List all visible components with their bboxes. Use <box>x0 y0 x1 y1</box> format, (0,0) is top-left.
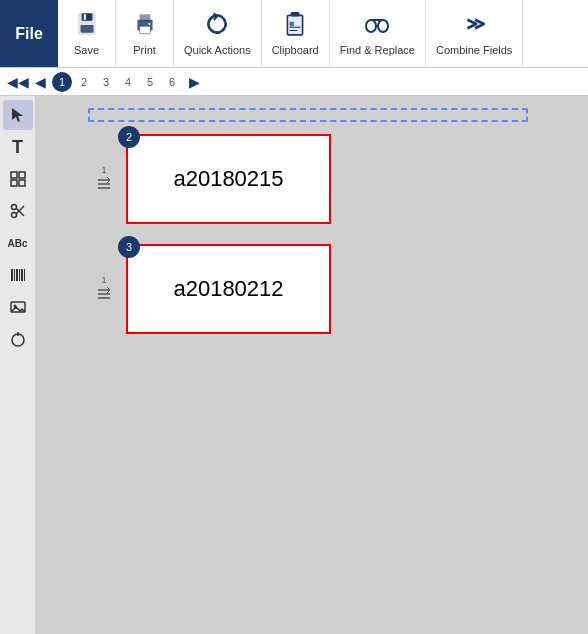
combine-fields-icon <box>461 11 487 41</box>
svg-point-15 <box>366 20 376 32</box>
page-2-button[interactable]: 2 <box>74 72 94 92</box>
page-4-button[interactable]: 4 <box>118 72 138 92</box>
clipboard-label: Clipboard <box>272 44 319 56</box>
canvas-area: 2 1 a20180215 3 1 a20180212 <box>36 96 588 634</box>
select-tool-button[interactable] <box>3 100 33 130</box>
label-side-2: 1 <box>96 275 112 304</box>
prev-page-button[interactable]: ◀ <box>30 72 50 92</box>
svg-rect-31 <box>21 269 23 281</box>
svg-rect-32 <box>24 269 25 281</box>
print-icon <box>132 11 158 41</box>
svg-point-16 <box>378 20 388 32</box>
svg-rect-30 <box>19 269 20 281</box>
save-icon <box>74 11 100 41</box>
svg-rect-3 <box>83 14 85 19</box>
toolbar: File Save Print Quick Actions Clipboard … <box>0 0 588 68</box>
svg-rect-20 <box>19 172 25 178</box>
first-page-button[interactable]: ◀◀ <box>8 72 28 92</box>
image-tool-button[interactable] <box>3 292 33 322</box>
svg-point-7 <box>148 23 150 25</box>
page-5-button[interactable]: 5 <box>140 72 160 92</box>
page-6-button[interactable]: 6 <box>162 72 182 92</box>
barcode-tool-button[interactable] <box>3 260 33 290</box>
label-card-1[interactable]: 2 1 a20180215 <box>126 134 331 224</box>
clipboard-icon <box>282 11 308 41</box>
page-1-button[interactable]: 1 <box>52 72 72 92</box>
label-badge-1: 2 <box>118 126 140 148</box>
combine-fields-button[interactable]: Combine Fields <box>426 0 523 67</box>
svg-rect-27 <box>11 269 13 281</box>
svg-rect-28 <box>14 269 15 281</box>
quick-actions-label: Quick Actions <box>184 44 251 56</box>
abc-tool-button[interactable]: ABc <box>3 228 33 258</box>
clipboard-button[interactable]: Clipboard <box>262 0 330 67</box>
svg-rect-5 <box>139 26 150 34</box>
svg-rect-21 <box>11 180 17 186</box>
svg-rect-29 <box>16 269 18 281</box>
find-replace-button[interactable]: Find & Replace <box>330 0 426 67</box>
selection-indicator <box>88 108 528 122</box>
find-replace-icon <box>363 12 391 41</box>
combine-fields-label: Combine Fields <box>436 44 512 56</box>
main-layout: T ABc 2 1 <box>0 96 588 634</box>
grid-tool-button[interactable] <box>3 164 33 194</box>
label-card-2[interactable]: 3 1 a20180212 <box>126 244 331 334</box>
svg-rect-22 <box>19 180 25 186</box>
scissors-tool-button[interactable] <box>3 196 33 226</box>
label-text-2: a20180212 <box>173 276 283 302</box>
find-replace-label: Find & Replace <box>340 44 415 56</box>
save-label: Save <box>74 44 99 56</box>
quick-actions-button[interactable]: Quick Actions <box>174 0 262 67</box>
shape-tool-button[interactable] <box>3 324 33 354</box>
svg-rect-2 <box>80 25 93 33</box>
label-side-1: 1 <box>96 165 112 194</box>
svg-rect-6 <box>139 14 150 22</box>
page-3-button[interactable]: 3 <box>96 72 116 92</box>
save-button[interactable]: Save <box>58 0 116 67</box>
svg-rect-19 <box>11 172 17 178</box>
label-badge-2: 3 <box>118 236 140 258</box>
text-tool-button[interactable]: T <box>3 132 33 162</box>
svg-rect-1 <box>81 13 92 21</box>
label-text-1: a20180215 <box>173 166 283 192</box>
print-label: Print <box>133 44 156 56</box>
file-menu-button[interactable]: File <box>0 0 58 67</box>
quick-actions-icon <box>204 11 230 41</box>
svg-rect-11 <box>290 22 294 26</box>
tool-panel: T ABc <box>0 96 36 634</box>
next-page-button[interactable]: ▶ <box>184 72 204 92</box>
pagination-bar: ◀◀ ◀ 1 2 3 4 5 6 ▶ <box>0 68 588 96</box>
print-button[interactable]: Print <box>116 0 174 67</box>
